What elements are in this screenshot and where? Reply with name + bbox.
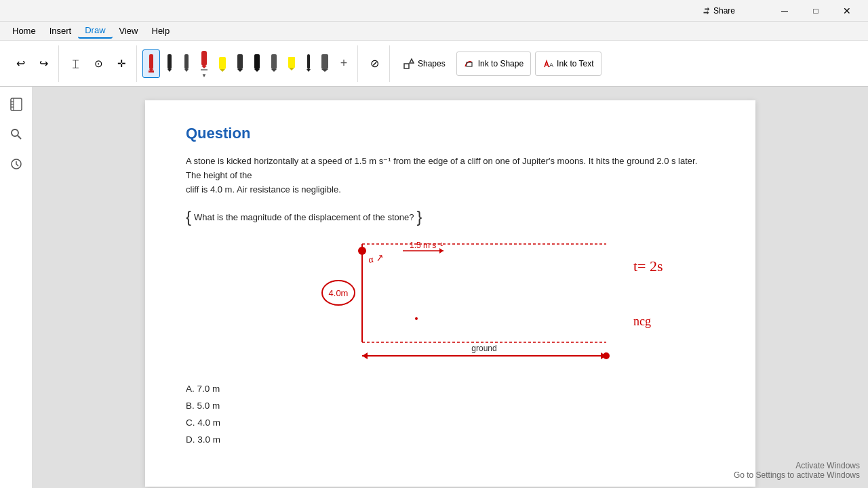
ink-to-text-icon: A bbox=[542, 58, 553, 69]
svg-marker-21 bbox=[307, 69, 311, 72]
svg-rect-10 bbox=[219, 57, 226, 69]
svg-marker-8 bbox=[201, 66, 207, 68]
answer-d-value: 3.0 m bbox=[197, 434, 220, 445]
sidebar-notebook-icon[interactable] bbox=[4, 92, 28, 117]
svg-marker-11 bbox=[220, 69, 225, 72]
svg-rect-5 bbox=[184, 54, 189, 69]
answer-d-label: D. bbox=[186, 434, 197, 445]
maximize-button[interactable]: □ bbox=[800, 0, 831, 22]
svg-rect-12 bbox=[237, 54, 243, 69]
menu-draw[interactable]: Draw bbox=[78, 23, 112, 39]
menu-home[interactable]: Home bbox=[5, 24, 43, 38]
gray-marker[interactable] bbox=[267, 50, 281, 77]
yellow-marker2[interactable] bbox=[283, 50, 300, 77]
svg-marker-45 bbox=[362, 352, 368, 359]
svg-text:ground: ground bbox=[471, 344, 496, 353]
dark-pen-tool[interactable] bbox=[179, 50, 194, 77]
black-pen-tool[interactable] bbox=[162, 50, 177, 77]
svg-rect-3 bbox=[167, 54, 172, 69]
svg-rect-24 bbox=[404, 64, 409, 68]
menu-insert[interactable]: Insert bbox=[43, 24, 79, 38]
redo-button[interactable]: ↪ bbox=[33, 53, 54, 75]
dark-marker[interactable] bbox=[233, 50, 248, 77]
add-pen-button[interactable]: + bbox=[334, 54, 353, 73]
shapes-button[interactable]: Shapes bbox=[397, 52, 452, 76]
svg-point-53 bbox=[415, 317, 418, 320]
shapes-icon bbox=[403, 58, 414, 69]
sidebar-history-icon[interactable] bbox=[4, 152, 28, 176]
svg-rect-2 bbox=[149, 70, 154, 73]
answer-b: B. 5.0 m bbox=[186, 401, 715, 411]
svg-marker-25 bbox=[410, 59, 414, 63]
black-marker[interactable] bbox=[250, 50, 264, 77]
undo-button[interactable]: ↩ bbox=[9, 53, 31, 75]
svg-text:A: A bbox=[549, 62, 553, 68]
lasso-button[interactable]: ⊙ bbox=[87, 53, 109, 75]
menu-view[interactable]: View bbox=[113, 24, 145, 38]
undo-redo-group: ↩ ↪ bbox=[5, 45, 59, 82]
svg-rect-7 bbox=[201, 51, 207, 66]
thin-black-marker[interactable] bbox=[302, 50, 315, 77]
svg-text:4.0m: 4.0m bbox=[329, 288, 349, 298]
sidebar-search-icon[interactable] bbox=[4, 122, 28, 146]
answer-b-value: 5.0 m bbox=[197, 401, 220, 411]
eraser-group: ⊘ bbox=[359, 45, 390, 82]
answer-c: C. 4.0 m bbox=[186, 418, 715, 428]
yellow-highlighter[interactable] bbox=[214, 50, 231, 77]
sidebar bbox=[0, 87, 33, 488]
diagram-area: 4.0m ground 1.5 m s⁻¹ α ↗ t= 2s ncg bbox=[321, 237, 728, 373]
svg-marker-6 bbox=[184, 69, 189, 72]
answer-c-value: 4.0 m bbox=[197, 418, 220, 428]
page: Question A stone is kicked horizontally … bbox=[145, 100, 755, 487]
activate-line2: Go to Settings to activate Windows bbox=[734, 470, 860, 480]
diagram-svg: 4.0m ground 1.5 m s⁻¹ α ↗ t= 2s ncg bbox=[321, 237, 728, 373]
svg-marker-13 bbox=[237, 69, 243, 72]
svg-rect-20 bbox=[307, 54, 310, 69]
ink-to-shape-icon bbox=[464, 58, 475, 69]
question-text-line2: cliff is 4.0 m. Air resistance is neglig… bbox=[186, 183, 715, 197]
question-prompt: What is the magnitude of the displacemen… bbox=[194, 212, 414, 222]
ribbon: ↩ ↪ ⌶ ⊙ ✛ bbox=[0, 41, 868, 87]
activate-windows: Activate Windows Go to Settings to activ… bbox=[734, 461, 860, 480]
menu-help[interactable]: Help bbox=[145, 24, 177, 38]
answer-c-label: C. bbox=[186, 418, 197, 428]
ink-tools-group: Shapes Ink to Shape A Ink to Text bbox=[391, 45, 607, 82]
move-button[interactable]: ✛ bbox=[111, 53, 132, 75]
svg-marker-23 bbox=[321, 69, 328, 72]
bracket-close: } bbox=[417, 207, 422, 226]
close-button[interactable]: ✕ bbox=[831, 0, 863, 22]
svg-rect-16 bbox=[271, 54, 277, 69]
ink-to-text-button[interactable]: A Ink to Text bbox=[535, 52, 601, 76]
answer-b-label: B. bbox=[186, 401, 197, 411]
svg-point-33 bbox=[12, 129, 18, 136]
svg-text:α ↗: α ↗ bbox=[368, 253, 384, 266]
svg-marker-15 bbox=[254, 69, 260, 72]
ink-to-shape-button[interactable]: Ink to Shape bbox=[456, 52, 531, 76]
svg-point-41 bbox=[358, 247, 366, 255]
svg-rect-14 bbox=[254, 54, 260, 69]
svg-marker-4 bbox=[167, 69, 172, 72]
share-button[interactable]: Share bbox=[694, 3, 742, 18]
cursor-button[interactable]: ⌶ bbox=[64, 53, 86, 75]
svg-marker-19 bbox=[289, 68, 294, 70]
wide-marker[interactable] bbox=[317, 50, 332, 77]
svg-rect-0 bbox=[149, 54, 153, 69]
svg-rect-22 bbox=[321, 54, 328, 69]
svg-text:t= 2s: t= 2s bbox=[633, 258, 663, 274]
answer-a: A. 7.0 m bbox=[186, 384, 715, 394]
cursor-group: ⌶ ⊙ ✛ bbox=[60, 45, 137, 82]
page-title: Question bbox=[186, 125, 715, 142]
svg-line-34 bbox=[18, 136, 21, 139]
red-pen-tool[interactable] bbox=[142, 49, 160, 78]
minimize-button[interactable]: ─ bbox=[769, 0, 800, 22]
ink-to-text-label: Ink to Text bbox=[557, 59, 593, 68]
answers-section: A. 7.0 m B. 5.0 m C. 4.0 m D. 3.0 m bbox=[186, 384, 715, 445]
red-pen-dropdown[interactable]: ▼ bbox=[196, 47, 212, 80]
pen-tools-group: ▼ bbox=[138, 45, 358, 82]
answer-a-label: A. bbox=[186, 384, 197, 394]
eraser-button[interactable]: ⊘ bbox=[363, 53, 385, 75]
content-area: Question A stone is kicked horizontally … bbox=[33, 87, 868, 488]
activate-line1: Activate Windows bbox=[734, 461, 860, 470]
svg-text:ncg: ncg bbox=[633, 314, 651, 328]
ink-to-shape-label: Ink to Shape bbox=[478, 59, 524, 68]
